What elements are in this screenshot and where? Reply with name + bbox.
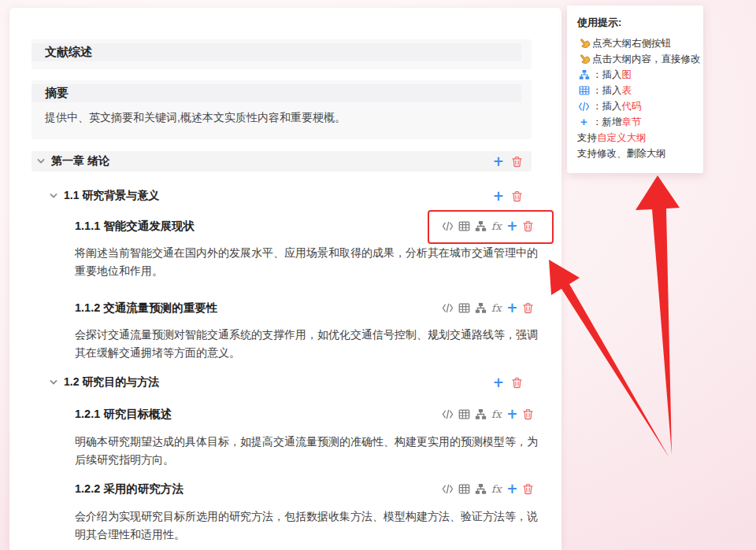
subsection-desc[interactable]: 将阐述当前智能交通在国内外的发展水平、应用场景和取得的成果，分析其在城市交通管理…: [75, 244, 539, 280]
tip-accent: 表: [622, 84, 632, 98]
block-abstract: 摘要 提供中、英文摘要和关键词,概述本文实质性内容和重要梗概。: [32, 80, 532, 139]
chapter-title[interactable]: 第一章 绪论: [51, 154, 109, 168]
code-icon: [578, 102, 590, 112]
subsection-toolbar: fx +: [442, 301, 534, 315]
block-desc[interactable]: 提供中、英文摘要和关键词,概述本文实质性内容和重要梗概。: [45, 109, 346, 127]
block-title[interactable]: 文献综述: [45, 45, 92, 60]
tip-sep: ：: [592, 116, 602, 129]
trash-icon[interactable]: [522, 302, 534, 314]
chevron-down-icon[interactable]: [49, 378, 58, 387]
block-header: 摘要: [32, 84, 521, 102]
formula-icon[interactable]: fx: [491, 483, 502, 495]
add-section-icon[interactable]: +: [493, 377, 504, 389]
subsection-desc[interactable]: 会介绍为实现研究目标所选用的研究方法，包括数据收集方法、模型构建方法、验证方法等…: [75, 508, 539, 544]
section-row-1-2: 1.2 研究目的与方法 +: [32, 375, 532, 390]
table-icon[interactable]: [458, 408, 470, 420]
table-icon[interactable]: [458, 483, 470, 495]
annotation-arrow-left: [549, 260, 669, 458]
tip-item: ： 插入 图: [577, 67, 695, 83]
trash-icon[interactable]: [511, 190, 523, 202]
chevron-down-icon[interactable]: [36, 157, 46, 166]
section-title[interactable]: 1.1 研究背景与意义: [64, 189, 159, 203]
add-icon[interactable]: +: [506, 483, 517, 495]
add-section-icon[interactable]: +: [493, 190, 504, 202]
highlight-box: [428, 210, 554, 244]
tip-accent: 图: [622, 68, 632, 82]
tip-accent: 代码: [622, 100, 642, 113]
tip-item: 支持 自定义大纲: [577, 130, 695, 146]
table-icon[interactable]: [458, 302, 470, 314]
section-row-1-1: 1.1 研究背景与意义 +: [32, 188, 532, 204]
tip-text: 点亮大纲右侧按钮: [592, 37, 671, 50]
block-literature-review: 文献综述: [32, 39, 532, 69]
tip-text: 新增: [602, 116, 622, 129]
trash-icon[interactable]: [522, 408, 534, 420]
diagram-icon: [579, 69, 590, 80]
diagram-icon[interactable]: [475, 408, 487, 420]
add-icon[interactable]: +: [506, 302, 517, 314]
block-header: 文献综述: [32, 43, 521, 61]
section-title[interactable]: 1.2 研究目的与方法: [64, 375, 159, 389]
code-icon[interactable]: [442, 302, 454, 314]
hand-pointer-icon: [578, 53, 591, 65]
diagram-icon[interactable]: [475, 302, 487, 314]
subsection-toolbar: fx +: [442, 482, 534, 496]
tip-item: 点亮大纲右侧按钮: [577, 35, 695, 51]
tip-sep: ：: [592, 84, 602, 98]
row-controls: +: [493, 190, 523, 202]
tip-accent: 自定义大纲: [597, 131, 647, 145]
tip-text: 插入: [602, 68, 622, 82]
usage-tips-panel: 使用提示: 点亮大纲右侧按钮 点击大纲内容，直接修改 ： 插入 图 ： 插入 表…: [567, 6, 703, 173]
formula-icon[interactable]: fx: [491, 302, 502, 314]
tip-text: 支持: [577, 131, 597, 145]
trash-icon[interactable]: [522, 483, 534, 495]
add-section-icon[interactable]: +: [493, 156, 504, 168]
trash-icon[interactable]: [511, 377, 523, 389]
tip-item: ： 插入 表: [577, 83, 695, 98]
tip-sep: ：: [592, 100, 602, 113]
code-icon[interactable]: [442, 483, 454, 495]
row-controls: +: [493, 156, 523, 168]
row-controls: +: [493, 377, 523, 389]
add-icon[interactable]: +: [506, 408, 517, 420]
subsection-title-1-2-2[interactable]: 1.2.2 采用的研究方法: [75, 482, 183, 496]
tip-text: 插入: [602, 84, 622, 98]
tip-item: + ： 新增 章节: [577, 114, 695, 130]
chevron-down-icon[interactable]: [49, 191, 58, 201]
subsection-desc[interactable]: 明确本研究期望达成的具体目标，如提高交通流量预测的准确性、构建更实用的预测模型等…: [75, 433, 539, 469]
tip-text: 插入: [602, 100, 622, 113]
subsection-desc[interactable]: 会探讨交通流量预测对智能交通系统的支撑作用，如优化交通信号控制、规划交通路线等，…: [75, 326, 539, 362]
tip-item: 支持修改、删除大纲: [577, 146, 695, 161]
diagram-icon[interactable]: [475, 483, 487, 495]
hand-pointer-icon: [578, 37, 591, 50]
tip-accent: 章节: [622, 116, 642, 129]
page-background: 文献综述 摘要 提供中、英文摘要和关键词,概述本文实质性内容和重要梗概。 第一章…: [0, 0, 756, 550]
annotation-arrow-right: [636, 175, 680, 455]
tip-text: 点击大纲内容，直接修改: [592, 53, 701, 66]
tip-item: ： 插入 代码: [577, 98, 695, 114]
subsection-title-1-1-1[interactable]: 1.1.1 智能交通发展现状: [75, 219, 195, 234]
tips-title: 使用提示:: [577, 16, 695, 30]
tip-item: 点击大纲内容，直接修改: [577, 51, 695, 67]
plus-icon: +: [580, 116, 587, 127]
subsection-toolbar: fx +: [442, 408, 534, 421]
subsection-title-1-2-1[interactable]: 1.2.1 研究目标概述: [75, 407, 172, 422]
tip-text: 支持修改、删除大纲: [577, 147, 666, 161]
tip-sep: ：: [592, 68, 602, 82]
code-icon[interactable]: [442, 408, 454, 420]
formula-icon[interactable]: fx: [491, 408, 502, 420]
subsection-title-1-1-2[interactable]: 1.1.2 交通流量预测的重要性: [75, 301, 217, 316]
trash-icon[interactable]: [511, 156, 523, 168]
outline-panel: 文献综述 摘要 提供中、英文摘要和关键词,概述本文实质性内容和重要梗概。 第一章…: [9, 8, 561, 550]
chapter-row: 第一章 绪论 +: [32, 151, 532, 172]
block-title[interactable]: 摘要: [45, 86, 69, 101]
table-icon: [579, 85, 590, 96]
